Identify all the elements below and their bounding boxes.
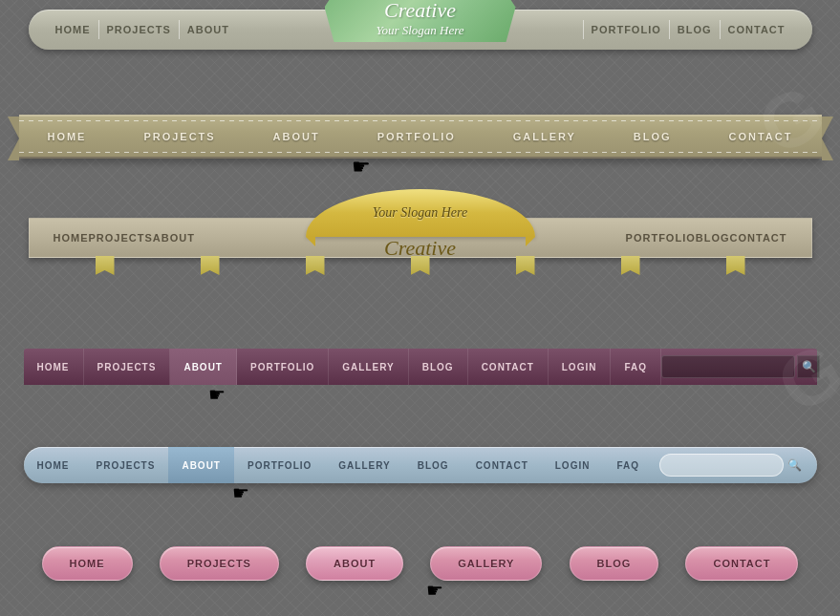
navbar3-container: Your Slogan Here Creative HOME PROJECTS … — [29, 218, 812, 258]
nav4-home[interactable]: HOME — [24, 349, 84, 385]
nav4-blog[interactable]: BLOG — [409, 349, 468, 385]
bookmark-1 — [96, 256, 115, 275]
ribbon-gold-slogan: Your Slogan Here — [373, 205, 467, 221]
navbar2-container: HOME PROJECTS ABOUT PORTFOLIO GALLERY BL… — [19, 115, 822, 159]
ribbon-slogan: Your Slogan Here — [354, 23, 487, 38]
navbar5: HOME PROJECTS ABOUT PORTFOLIO GALLERY BL… — [24, 447, 817, 483]
nav2-contact[interactable]: CONTACT — [729, 131, 793, 142]
nav1-home[interactable]: HOME — [48, 19, 98, 40]
ribbon-arc: Your Slogan Here — [306, 189, 535, 237]
bookmark-3 — [306, 256, 325, 275]
navbar6-container: HOME PROJECTS ABOUT GALLERY BLOG CONTACT… — [29, 546, 812, 581]
nav6-gallery-btn[interactable]: GALLERY — [430, 546, 542, 581]
nav6-projects-label: PROJECTS — [187, 558, 251, 569]
nav4-portfolio[interactable]: PORTFOLIO — [237, 349, 329, 385]
navbar4-container: HOME PROJECTS ABOUT PORTFOLIO GALLERY BL… — [24, 349, 817, 385]
cursor-hand-nav6: ☛ — [426, 579, 443, 602]
cursor-hand-nav4: ☛ — [208, 383, 226, 406]
nav5-projects[interactable]: PROJECTS — [83, 447, 169, 483]
nav2-projects[interactable]: PROJECTS — [143, 131, 215, 142]
nav6-blog-btn[interactable]: BLOG — [570, 546, 659, 581]
bookmark-2 — [201, 256, 220, 275]
nav5-search-input[interactable] — [659, 454, 784, 477]
nav5-login[interactable]: LOGIN — [542, 447, 604, 483]
nav1-contact[interactable]: CONTACT — [721, 19, 793, 40]
bookmark-7 — [726, 256, 745, 275]
nav4-faq[interactable]: FAQ — [611, 349, 661, 385]
cursor-hand-nav5: ☛ — [232, 481, 249, 504]
nav4-about[interactable]: ABOUT — [170, 349, 237, 385]
ribbon-gold-wrapper: Your Slogan Here — [306, 189, 535, 237]
nav4-login[interactable]: LOGIN — [549, 349, 612, 385]
nav5-contact[interactable]: CONTACT — [463, 447, 542, 483]
nav6-home-label: HOME — [70, 558, 105, 569]
nav1-projects[interactable]: PROJECTS — [99, 19, 179, 40]
nav1-portfolio[interactable]: PORTFOLIO — [584, 19, 669, 40]
nav5-gallery[interactable]: GALLERY — [325, 447, 403, 483]
nav4-gallery[interactable]: GALLERY — [329, 349, 408, 385]
nav2-gallery[interactable]: GALLERY — [513, 131, 576, 142]
nav1-blog[interactable]: BLOG — [670, 19, 720, 40]
navbar2-right-fold — [822, 117, 833, 160]
nav3-blog[interactable]: BLOG — [696, 232, 730, 244]
nav6-contact-btn[interactable]: CONTACT — [685, 546, 798, 581]
nav2-portfolio[interactable]: PORTFOLIO — [377, 131, 456, 142]
nav1-about[interactable]: ABOUT — [180, 19, 237, 40]
nav3-home[interactable]: HOME — [54, 232, 89, 244]
navbar2: HOME PROJECTS ABOUT PORTFOLIO GALLERY BL… — [19, 115, 822, 159]
navbar2-left-fold — [8, 117, 19, 160]
navbar4: HOME PROJECTS ABOUT PORTFOLIO GALLERY BL… — [24, 349, 817, 385]
nav5-faq[interactable]: FAQ — [603, 447, 653, 483]
nav3-contact[interactable]: CONTACT — [730, 232, 787, 244]
nav3-about[interactable]: ABOUT — [153, 232, 195, 244]
nav4-search-button[interactable]: 🔍 — [797, 355, 820, 378]
nav5-about[interactable]: ABOUT — [168, 447, 234, 483]
nav6-home-btn[interactable]: HOME — [42, 546, 133, 581]
nav6-contact-label: CONTACT — [713, 558, 770, 569]
bookmark-5 — [516, 256, 535, 275]
nav5-home[interactable]: HOME — [24, 447, 83, 483]
nav3-portfolio[interactable]: PORTFOLIO — [626, 232, 696, 244]
nav4-projects[interactable]: PROJECTS — [84, 349, 171, 385]
bookmark-6 — [621, 256, 640, 275]
navbar5-container: HOME PROJECTS ABOUT PORTFOLIO GALLERY BL… — [24, 447, 817, 483]
nav6-about-label: ABOUT — [334, 558, 376, 569]
nav2-blog[interactable]: BLOG — [634, 131, 672, 142]
nav6-about-btn[interactable]: ABOUT — [306, 546, 403, 581]
ribbon-title: Creative — [354, 0, 487, 23]
navbar5-search: 🔍 — [659, 454, 806, 477]
nav5-search-button[interactable]: 🔍 — [784, 458, 806, 472]
navbar4-search: 🔍 — [661, 355, 820, 378]
nav5-blog[interactable]: BLOG — [404, 447, 463, 483]
nav6-projects-btn[interactable]: PROJECTS — [160, 546, 279, 581]
ribbon-green: Creative Your Slogan Here — [325, 0, 516, 42]
nav6-gallery-label: GALLERY — [458, 558, 514, 569]
nav4-contact[interactable]: CONTACT — [468, 349, 549, 385]
navbar1-container: Creative Your Slogan Here HOME PROJECTS … — [29, 10, 812, 50]
nav3-projects[interactable]: PROJECTS — [89, 232, 153, 244]
nav2-home[interactable]: HOME — [47, 131, 86, 142]
nav6-blog-label: BLOG — [597, 558, 632, 569]
nav4-search-input[interactable] — [661, 355, 795, 378]
nav2-about[interactable]: ABOUT — [273, 131, 320, 142]
nav5-portfolio[interactable]: PORTFOLIO — [234, 447, 325, 483]
ribbon-gold-title: Creative — [384, 236, 456, 261]
ribbon-green-banner: Creative Your Slogan Here — [325, 0, 516, 42]
